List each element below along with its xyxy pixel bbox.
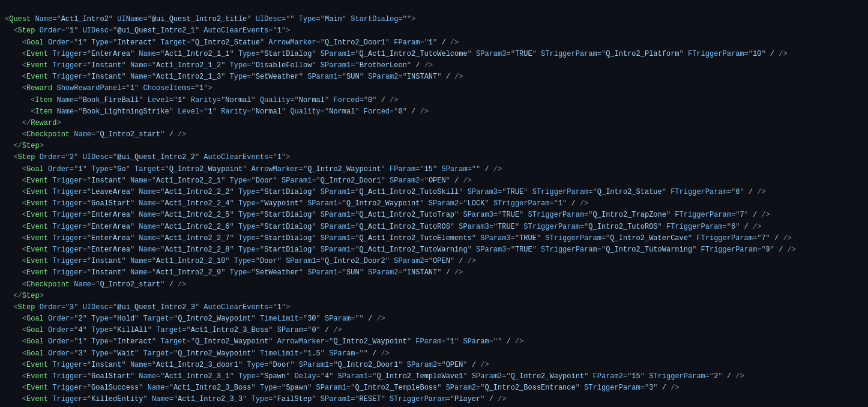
line: <Goal Order="2" Type="Hold" Target="Q_In… — [5, 313, 863, 325]
line: <Quest Name="Act1_Intro2" UIName="@ui_Qu… — [5, 14, 863, 25]
line: </Step> — [5, 140, 863, 152]
line: <Reward ShowRewardPanel="1" ChooseItems=… — [5, 83, 863, 94]
line: <Event Trigger="Instant" Name="Act1_Intr… — [5, 360, 863, 371]
line: <Event Trigger="GoalSuccess" Name="Act1_… — [5, 382, 863, 394]
line: <Item Name="Book_FireBall" Level="1" Rar… — [5, 95, 863, 106]
line: <Event Trigger="Instant" Name="Act1_Intr… — [5, 71, 863, 83]
line: <Goal Order="3" Type="Wait" Target="Q_In… — [5, 348, 863, 360]
line: <Event Trigger="Instant" Name="Act1_Intr… — [5, 256, 863, 267]
line: <Goal Order="1" Type="Interact" Target="… — [5, 336, 863, 348]
line: </Reward> — [5, 118, 863, 129]
line: <Event Trigger="EnterArea" Name="Act1_In… — [5, 49, 863, 60]
line: </Step> — [5, 291, 863, 302]
line: <Event Trigger="Instant" Name="Act1_Intr… — [5, 267, 863, 279]
line: <Event Trigger="EnterArea" Name="Act1_In… — [5, 244, 863, 256]
code-container: <Quest Name="Act1_Intro2" UIName="@ui_Qu… — [0, 0, 868, 407]
line: <Goal Order="1" Type="Go" Target="Q_Intr… — [5, 164, 863, 175]
line: <Step Order="2" UIDesc="@ui_Quest_Intro2… — [5, 152, 863, 163]
line: <Event Trigger="GoalStart" Name="Act1_In… — [5, 198, 863, 210]
line: <Event Trigger="EnterArea" Name="Act1_In… — [5, 210, 863, 221]
line: <Event Trigger="EnterArea" Name="Act1_In… — [5, 233, 863, 244]
line: <Item Name="Book_LightningStrike" Level=… — [5, 106, 863, 118]
line: <Event Trigger="GoalStart" Name="Act1_In… — [5, 371, 863, 382]
line: <Step Order="3" UIDesc="@ui_Quest_Intro2… — [5, 302, 863, 313]
line: <Checkpoint Name="Q_Intro2_start" / /> — [5, 279, 863, 291]
line: <Step Order="1" UIDesc="@ui_Quest_Intro2… — [5, 25, 863, 37]
line: <Goal Order="4" Type="KillAll" Target="A… — [5, 325, 863, 336]
line: <Event Trigger="KilledEntity" Name="Act1… — [5, 394, 863, 405]
line: <Event Trigger="LeaveArea" Name="Act1_In… — [5, 187, 863, 198]
line: <Event Trigger="EnterArea" Name="Act1_In… — [5, 222, 863, 233]
line: <Event Trigger="Instant" Name="Act1_Intr… — [5, 60, 863, 71]
line: <Checkpoint Name="Q_Intro2_start" / /> — [5, 129, 863, 140]
line: <Goal Order="1" Type="Interact" Target="… — [5, 37, 863, 49]
line: <Event Trigger="Instant" Name="Act1_Intr… — [5, 175, 863, 187]
